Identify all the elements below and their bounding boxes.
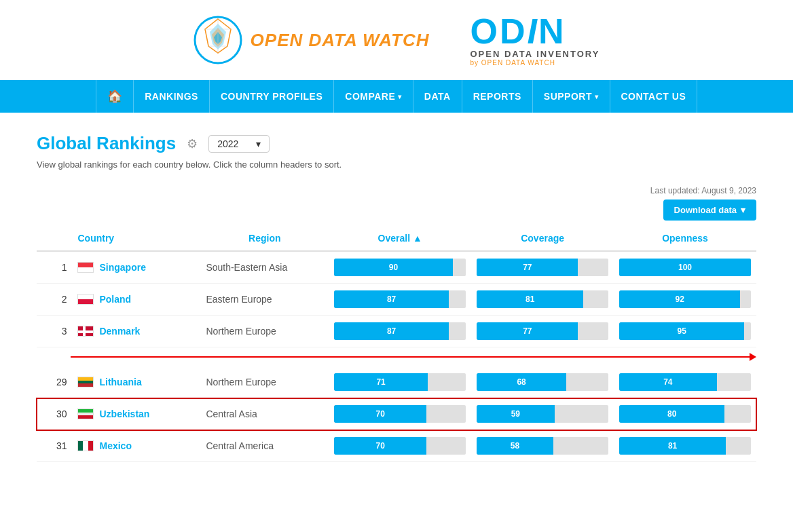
- download-data-button[interactable]: Download data ▾: [663, 200, 756, 221]
- region-cell: South-Eastern Asia: [200, 252, 329, 284]
- country-link[interactable]: Singapore: [99, 262, 145, 273]
- coverage-cell: 77: [471, 252, 614, 284]
- nav-country-profiles[interactable]: COUNTRY PROFILES: [210, 80, 334, 113]
- nav-home[interactable]: 🏠: [96, 80, 134, 113]
- country-cell[interactable]: Denmark: [72, 316, 200, 347]
- year-dropdown-arrow: ▾: [256, 138, 261, 149]
- table-row: 30UzbekistanCentral Asia705980: [37, 398, 756, 430]
- title-row: Global Rankings ⚙ 2022 ▾: [37, 133, 756, 154]
- region-cell: Central Asia: [200, 398, 329, 430]
- table-row: 31MexicoCentral America705881: [37, 430, 756, 462]
- coverage-cell: 68: [471, 366, 614, 398]
- col-header-rank: [37, 226, 72, 252]
- compare-dropdown-arrow: ▾: [398, 93, 402, 100]
- coverage-cell: 81: [471, 284, 614, 316]
- coverage-cell: 58: [471, 430, 614, 462]
- table-body: 1SingaporeSouth-Eastern Asia90771002Pola…: [37, 252, 756, 462]
- year-dropdown[interactable]: 2022 ▾: [208, 135, 270, 153]
- coverage-cell: 59: [471, 398, 614, 430]
- country-link[interactable]: Poland: [99, 294, 131, 305]
- overall-cell: 87: [329, 316, 471, 347]
- page-header: OPEN DATA WATCH ODIN OPEN DATA INVENTORY…: [0, 0, 793, 80]
- country-cell[interactable]: Poland: [72, 284, 200, 316]
- odin-title: ODIN: [471, 14, 566, 49]
- odin-by: by OPEN DATA WATCH: [471, 59, 555, 66]
- region-cell: Central America: [200, 430, 329, 462]
- col-header-country[interactable]: Country: [72, 226, 200, 252]
- overall-cell: 87: [329, 284, 471, 316]
- country-link[interactable]: Denmark: [99, 326, 140, 337]
- country-link[interactable]: Mexico: [99, 440, 131, 451]
- openness-cell: 80: [614, 398, 756, 430]
- settings-icon[interactable]: ⚙: [187, 136, 198, 151]
- flag-uz-icon: [77, 408, 94, 419]
- table-row: 3DenmarkNorthern Europe877795: [37, 316, 756, 347]
- country-cell[interactable]: Lithuania: [72, 366, 200, 398]
- red-arrow-row: [37, 347, 756, 366]
- table-header-row: Country Region Overall ▲ Coverage Openne…: [37, 226, 756, 252]
- openness-cell: 81: [614, 430, 756, 462]
- rankings-table: Country Region Overall ▲ Coverage Openne…: [37, 226, 756, 462]
- nav-data[interactable]: DATA: [413, 80, 462, 113]
- page-subtitle: View global rankings for each country be…: [37, 159, 756, 170]
- last-updated-text: Last updated: August 9, 2023: [650, 186, 756, 195]
- main-content: Global Rankings ⚙ 2022 ▾ View global ran…: [23, 113, 770, 482]
- openness-cell: 92: [614, 284, 756, 316]
- rank-cell: 29: [37, 366, 72, 398]
- col-header-openness[interactable]: Openness: [614, 226, 756, 252]
- table-row: 2PolandEastern Europe878192: [37, 284, 756, 316]
- table-row: 29LithuaniaNorthern Europe716874: [37, 366, 756, 398]
- flag-sg-icon: [77, 262, 94, 273]
- odin-logo[interactable]: ODIN OPEN DATA INVENTORY by OPEN DATA WA…: [471, 14, 600, 66]
- rank-cell: 31: [37, 430, 72, 462]
- page-title: Global Rankings: [37, 133, 176, 154]
- odw-title: OPEN DATA WATCH: [251, 30, 430, 51]
- overall-cell: 71: [329, 366, 471, 398]
- country-link[interactable]: Uzbekistan: [99, 408, 149, 419]
- rank-cell: 2: [37, 284, 72, 316]
- top-right-actions: Last updated: August 9, 2023 Download da…: [37, 186, 756, 221]
- coverage-cell: 77: [471, 316, 614, 347]
- overall-cell: 70: [329, 430, 471, 462]
- flag-pl-icon: [77, 294, 94, 305]
- main-nav: 🏠 RANKINGS COUNTRY PROFILES COMPARE ▾ DA…: [0, 80, 793, 113]
- country-cell[interactable]: Singapore: [72, 252, 200, 284]
- region-cell: Northern Europe: [200, 316, 329, 347]
- nav-rankings[interactable]: RANKINGS: [134, 80, 210, 113]
- odin-subtitle: OPEN DATA INVENTORY: [471, 49, 600, 59]
- nav-contact-us[interactable]: CONTACT US: [610, 80, 698, 113]
- country-cell[interactable]: Uzbekistan: [72, 398, 200, 430]
- odw-logo-icon: [193, 16, 242, 64]
- region-cell: Eastern Europe: [200, 284, 329, 316]
- col-header-overall[interactable]: Overall ▲: [329, 226, 471, 252]
- nav-reports[interactable]: REPORTS: [462, 80, 533, 113]
- openness-cell: 74: [614, 366, 756, 398]
- country-link[interactable]: Lithuania: [99, 377, 141, 387]
- country-cell[interactable]: Mexico: [72, 430, 200, 462]
- region-cell: Northern Europe: [200, 366, 329, 398]
- nav-support[interactable]: SUPPORT ▾: [533, 80, 610, 113]
- rank-cell: 1: [37, 252, 72, 284]
- flag-lt-icon: [77, 377, 94, 387]
- rank-cell: 3: [37, 316, 72, 347]
- home-icon: 🏠: [107, 89, 123, 104]
- table-row: 1SingaporeSouth-Eastern Asia9077100: [37, 252, 756, 284]
- flag-dk-icon: [77, 326, 94, 337]
- year-value: 2022: [217, 138, 238, 149]
- openness-cell: 100: [614, 252, 756, 284]
- overall-cell: 70: [329, 398, 471, 430]
- nav-compare[interactable]: COMPARE ▾: [334, 80, 413, 113]
- download-arrow: ▾: [741, 205, 745, 215]
- col-header-coverage[interactable]: Coverage: [471, 226, 614, 252]
- rank-cell: 30: [37, 398, 72, 430]
- odw-logo-text: OPEN DATA WATCH: [251, 30, 430, 51]
- overall-cell: 90: [329, 252, 471, 284]
- flag-mx-icon: [77, 440, 94, 451]
- odw-logo[interactable]: OPEN DATA WATCH: [193, 16, 430, 64]
- col-header-region[interactable]: Region: [200, 226, 329, 252]
- support-dropdown-arrow: ▾: [595, 93, 599, 100]
- openness-cell: 95: [614, 316, 756, 347]
